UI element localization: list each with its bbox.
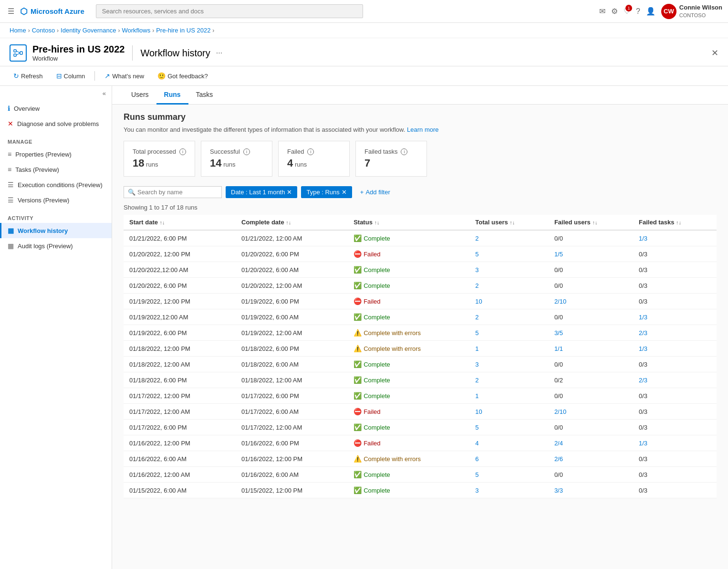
- search-bar[interactable]: [96, 4, 363, 18]
- date-filter-chip[interactable]: Date : Last 1 month ✕: [226, 186, 297, 198]
- sidebar-item-overview[interactable]: ℹ Overview: [0, 101, 112, 116]
- cell-complete-date: 01/17/2022, 6:00 AM: [236, 404, 348, 420]
- col-start-date-sort-icon[interactable]: ↑↓: [160, 220, 165, 225]
- total-users-link[interactable]: 3: [475, 361, 478, 368]
- cell-status: ✅Complete: [348, 467, 469, 483]
- sidebar-item-workflow-history[interactable]: ▦ Workflow history: [0, 223, 112, 238]
- total-users-link[interactable]: 5: [475, 329, 478, 337]
- cell-start-date: 01/16/2022, 12:00 PM: [124, 435, 236, 451]
- page-title: Pre-hires in US 2022: [32, 44, 125, 55]
- search-filter[interactable]: 🔍: [124, 186, 222, 198]
- collapse-sidebar-button[interactable]: «: [0, 86, 112, 101]
- col-complete-date-sort-icon[interactable]: ↑↓: [286, 220, 291, 225]
- tab-users[interactable]: Users: [124, 86, 156, 105]
- sidebar-item-diagnose[interactable]: ✕ Diagnose and solve problems: [0, 116, 112, 131]
- more-options-button[interactable]: ···: [216, 49, 222, 57]
- user-profile[interactable]: CW Connie Wilson CONTOSO: [661, 4, 722, 19]
- total-users-link[interactable]: 3: [475, 487, 478, 494]
- whats-new-button[interactable]: ↗ What's new: [101, 70, 148, 82]
- total-users-link[interactable]: 2: [475, 314, 478, 321]
- failed-users-link[interactable]: 2/10: [554, 408, 566, 415]
- total-users-link[interactable]: 2: [475, 377, 478, 384]
- failed-users-value: 0/0: [554, 266, 563, 274]
- failed-tasks-link[interactable]: 1/3: [639, 440, 647, 447]
- failed-users-link[interactable]: 3/3: [554, 487, 563, 494]
- total-users-link[interactable]: 5: [475, 471, 478, 478]
- breadcrumb-prehire[interactable]: Pre-hire in US 2022: [156, 27, 210, 34]
- sidebar-item-execution[interactable]: ☰ Execution conditions (Preview): [0, 177, 112, 192]
- add-filter-button[interactable]: + Add filter: [356, 186, 395, 198]
- failed-tasks-link[interactable]: 1/3: [639, 345, 647, 352]
- breadcrumb-workflows[interactable]: Workflows: [122, 27, 150, 34]
- failed-users-link[interactable]: 2/4: [554, 440, 563, 447]
- app-logo: ⬡ Microsoft Azure: [20, 6, 84, 17]
- total-users-link[interactable]: 4: [475, 440, 478, 447]
- total-users-link[interactable]: 2: [475, 282, 478, 289]
- total-users-link[interactable]: 10: [475, 408, 482, 415]
- col-failed-users-sort-icon[interactable]: ↑↓: [592, 220, 597, 225]
- total-users-link[interactable]: 10: [475, 298, 482, 305]
- col-failed-tasks-sort-icon[interactable]: ↑↓: [676, 220, 681, 225]
- col-complete-date-label: Complete date: [241, 219, 284, 226]
- sidebar-item-properties[interactable]: ≡ Properties (Preview): [0, 147, 112, 162]
- failed-users-link[interactable]: 1/5: [554, 251, 563, 258]
- sidebar-item-versions[interactable]: ☰ Versions (Preview): [0, 192, 112, 208]
- stat-failed-number: 4: [287, 157, 293, 169]
- notification-icon[interactable]: ♡ 1: [624, 7, 630, 16]
- error-icon: ⛔: [354, 250, 362, 258]
- stat-total-unit: runs: [146, 161, 158, 168]
- col-total-users-sort-icon[interactable]: ↑↓: [510, 220, 515, 225]
- failed-tasks-link[interactable]: 1/3: [639, 235, 647, 242]
- notification-badge: 1: [625, 5, 632, 11]
- help-icon[interactable]: ?: [636, 7, 640, 16]
- total-users-link[interactable]: 3: [475, 266, 478, 274]
- status-complete: ✅Complete: [354, 376, 464, 384]
- refresh-button[interactable]: ↻ Refresh: [10, 70, 47, 82]
- col-status-sort-icon[interactable]: ↑↓: [374, 220, 379, 225]
- user-icon[interactable]: 👤: [646, 7, 655, 16]
- breadcrumb-contoso[interactable]: Contoso: [32, 27, 55, 34]
- cell-start-date: 01/19/2022, 12:00 PM: [124, 294, 236, 309]
- failed-tasks-link[interactable]: 2/3: [639, 329, 647, 337]
- breadcrumb-home[interactable]: Home: [10, 27, 26, 34]
- sidebar-item-audit-logs[interactable]: ▦ Audit logs (Preview): [0, 238, 112, 253]
- cell-complete-date: 01/20/2022, 12:00 AM: [236, 278, 348, 294]
- feedback-button[interactable]: 🙂 Got feedback?: [154, 70, 212, 82]
- search-input[interactable]: [137, 189, 218, 196]
- total-users-link[interactable]: 2: [475, 235, 478, 242]
- failed-users-link[interactable]: 3/5: [554, 329, 563, 337]
- cell-start-date: 01/19/2022,12:00 AM: [124, 309, 236, 325]
- cell-total-users: 3: [469, 262, 549, 278]
- cell-complete-date: 01/20/2022, 6:00 PM: [236, 246, 348, 262]
- close-button[interactable]: ✕: [711, 48, 718, 58]
- total-users-link[interactable]: 5: [475, 424, 478, 431]
- whats-new-icon: ↗: [104, 72, 110, 80]
- tab-tasks[interactable]: Tasks: [188, 86, 221, 105]
- feedback-icon[interactable]: ✉: [599, 7, 605, 16]
- stat-failed-tasks-number: 7: [364, 157, 370, 169]
- column-button[interactable]: ⊟ Column: [52, 70, 89, 82]
- failed-tasks-link[interactable]: 1/3: [639, 314, 647, 321]
- failed-users-link[interactable]: 1/1: [554, 345, 563, 352]
- search-input[interactable]: [96, 4, 363, 18]
- breadcrumb-identity-governance[interactable]: Identity Governance: [61, 27, 116, 34]
- total-users-link[interactable]: 6: [475, 455, 478, 463]
- cell-total-users: 3: [469, 483, 549, 498]
- tab-runs[interactable]: Runs: [156, 86, 188, 105]
- warning-icon: ⚠️: [354, 329, 362, 337]
- total-users-link[interactable]: 1: [475, 345, 478, 352]
- learn-more-link[interactable]: Learn more: [407, 126, 438, 133]
- total-users-link[interactable]: 5: [475, 251, 478, 258]
- settings-icon[interactable]: ⚙: [611, 7, 618, 16]
- cell-status: ⛔Failed: [348, 246, 469, 262]
- failed-users-link[interactable]: 2/6: [554, 455, 563, 463]
- total-users-link[interactable]: 1: [475, 392, 478, 400]
- type-filter-chip[interactable]: Type : Runs ✕: [301, 186, 352, 198]
- stat-failed: Failed i 4 runs: [278, 141, 350, 177]
- sidebar-item-tasks[interactable]: ≡ Tasks (Preview): [0, 162, 112, 177]
- hamburger-icon[interactable]: ☰: [6, 5, 16, 18]
- cell-failed-users: 0/0: [549, 420, 633, 435]
- failed-users-link[interactable]: 2/10: [554, 298, 566, 305]
- failed-tasks-link[interactable]: 2/3: [639, 377, 647, 384]
- cell-status: ⚠️Complete with errors: [348, 325, 469, 341]
